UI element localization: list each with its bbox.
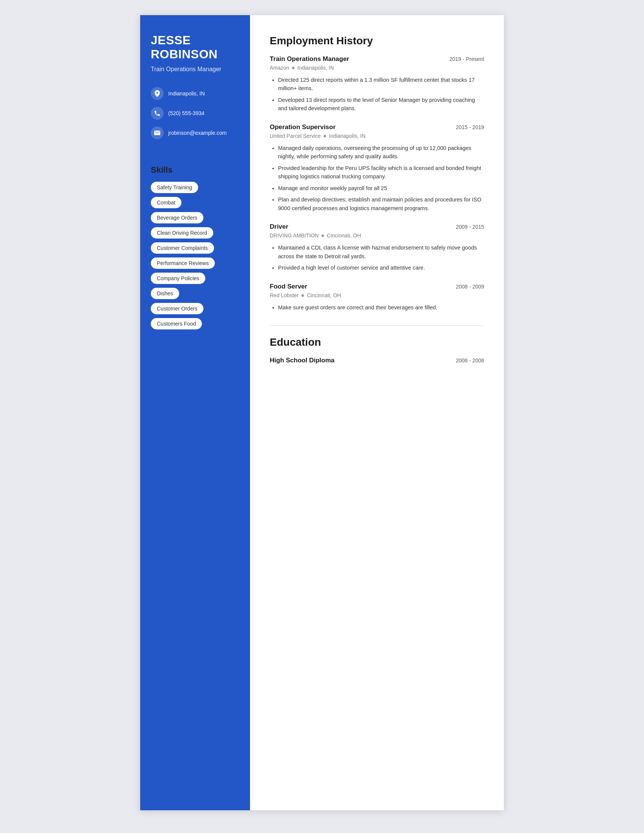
contact-phone: (520) 555-3934 (151, 107, 240, 120)
job-1-header: Train Operations Manager 2019 - Present (270, 55, 484, 63)
skill-safety-training: Safety Training (151, 182, 198, 193)
job-2-bullets: Managed daily operations, overseeing the… (270, 144, 484, 212)
skill-dishes: Dishes (151, 288, 179, 299)
employment-section: Employment History Train Operations Mana… (270, 35, 484, 312)
location-text: Indianapolis, IN (168, 90, 205, 96)
job-2-title: Operation Supervisor (270, 124, 336, 131)
job-4: Food Server 2008 - 2009 Red Lobster ● Ci… (270, 283, 484, 312)
job-1-meta: Amazon ● Indianapolis, IN (270, 64, 484, 71)
job-1-bullets: Directed 125 direct reports within a 1.3… (270, 76, 484, 113)
dot-1: ● (291, 64, 295, 71)
phone-icon (151, 107, 164, 120)
edu-degree: High School Diploma (270, 357, 335, 364)
job-4-meta: Red Lobster ● Cincinnati, OH (270, 292, 484, 299)
bullet: Maintained a CDL class A license with ha… (278, 243, 484, 261)
dot-3: ● (321, 232, 325, 239)
candidate-name: JESSE ROBINSON (151, 33, 240, 61)
job-3-bullets: Maintained a CDL class A license with ha… (270, 243, 484, 272)
job-2-location: Indianapolis, IN (329, 133, 365, 139)
section-divider (270, 325, 484, 326)
job-1-company: Amazon (270, 65, 289, 71)
bullet: Directed 125 direct reports within a 1.3… (278, 76, 484, 93)
job-1-location: Indianapolis, IN (297, 65, 334, 71)
employment-heading: Employment History (270, 35, 484, 47)
education-heading: Education (270, 336, 484, 348)
resume-container: JESSE ROBINSON Train Operations Manager … (140, 15, 504, 810)
job-4-title: Food Server (270, 283, 307, 290)
job-4-dates: 2008 - 2009 (456, 284, 484, 289)
contact-location: Indianapolis, IN (151, 87, 240, 100)
email-text: jrobinson@example.com (168, 130, 227, 136)
bullet: Make sure guest orders are correct and t… (278, 303, 484, 312)
job-3-company: DRIVING AMBITION (270, 233, 319, 238)
job-1-dates: 2019 - Present (449, 56, 484, 62)
job-3-location: Cincinnati, OH (327, 233, 361, 238)
job-2-meta: United Parcel Service ● Indianapolis, IN (270, 132, 484, 139)
candidate-title: Train Operations Manager (151, 65, 240, 74)
skill-performance-reviews: Performance Reviews (151, 257, 215, 269)
bullet: Manage and monitor weekly payroll for al… (278, 184, 484, 192)
job-4-bullets: Make sure guest orders are correct and t… (270, 303, 484, 312)
dot-2: ● (323, 132, 327, 139)
dot-4: ● (301, 292, 304, 299)
skills-heading: Skills (151, 165, 240, 175)
phone-text: (520) 555-3934 (168, 110, 204, 116)
job-3-meta: DRIVING AMBITION ● Cincinnati, OH (270, 232, 484, 239)
job-2-company: United Parcel Service (270, 133, 321, 139)
location-icon (151, 87, 164, 100)
skill-combat: Combat (151, 197, 182, 208)
job-1-title: Train Operations Manager (270, 55, 349, 63)
job-3: Driver 2009 - 2015 DRIVING AMBITION ● Ci… (270, 223, 484, 272)
skills-list: Safety Training Combat Beverage Orders C… (151, 182, 240, 330)
education-section: Education High School Diploma 2008 - 200… (270, 336, 484, 364)
job-4-location: Cincinnati, OH (307, 292, 341, 298)
job-2-dates: 2015 - 2019 (456, 124, 484, 130)
job-4-company: Red Lobster (270, 292, 298, 298)
edu-item-1: High School Diploma 2008 - 2008 (270, 357, 484, 364)
bullet: Managed daily operations, overseeing the… (278, 144, 484, 161)
skill-beverage-orders: Beverage Orders (151, 212, 203, 224)
job-3-title: Driver (270, 223, 288, 231)
main-content: Employment History Train Operations Mana… (250, 15, 504, 810)
edu-dates: 2008 - 2008 (456, 357, 484, 363)
skills-section: Skills Safety Training Combat Beverage O… (151, 165, 240, 330)
sidebar: JESSE ROBINSON Train Operations Manager … (140, 15, 250, 810)
skill-clean-driving: Clean Driving Record (151, 227, 213, 238)
job-2-header: Operation Supervisor 2015 - 2019 (270, 124, 484, 131)
bullet: Provided a high level of customer servic… (278, 264, 484, 272)
job-1: Train Operations Manager 2019 - Present … (270, 55, 484, 113)
contact-list: Indianapolis, IN (520) 555-3934 jrobinso… (151, 87, 240, 146)
bullet: Developed 13 direct reports to the level… (278, 96, 484, 113)
email-icon (151, 127, 164, 139)
skill-customer-orders: Customer Orders (151, 303, 203, 314)
skill-company-policies: Company Policies (151, 273, 205, 284)
skill-customers-food: Customers Food (151, 318, 202, 330)
bullet: Provided leadership for the Peru UPS fac… (278, 164, 484, 181)
job-4-header: Food Server 2008 - 2009 (270, 283, 484, 290)
bullet: Plan and develop directives; establish a… (278, 195, 484, 212)
job-2: Operation Supervisor 2015 - 2019 United … (270, 124, 484, 212)
skill-customer-complaints: Customer Complaints (151, 242, 214, 254)
job-3-dates: 2009 - 2015 (456, 224, 484, 230)
contact-email: jrobinson@example.com (151, 127, 240, 139)
job-3-header: Driver 2009 - 2015 (270, 223, 484, 231)
